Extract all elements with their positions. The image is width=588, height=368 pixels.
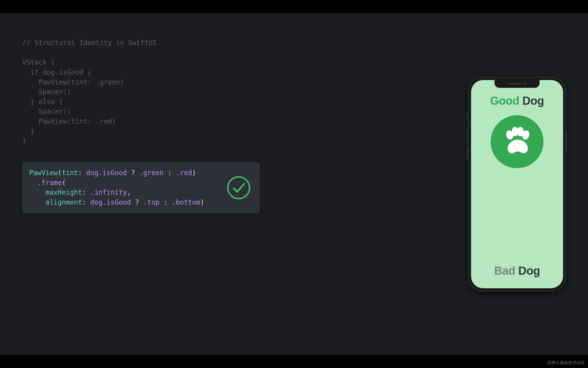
checkmark-icon	[226, 175, 251, 200]
heading-good-dog: Good Dog	[490, 94, 544, 107]
tok-paren: (	[58, 169, 62, 177]
tok-type-pawview: PawView	[29, 169, 58, 177]
tok-enum-bottom: .bottom	[172, 198, 200, 206]
paw-view	[491, 115, 544, 168]
tok-dog-isgood: dog.isGood	[86, 169, 127, 177]
tok-enum-red: .red	[176, 169, 192, 177]
tok-ternary-colon: :	[160, 198, 172, 206]
phone-power-button	[566, 131, 567, 153]
tok-comma: ,	[127, 188, 131, 196]
tok-paren: (	[62, 179, 66, 187]
slide-stage: // Structural Identity in SwiftUI VStack…	[0, 13, 588, 355]
paw-icon	[500, 125, 534, 159]
tok-nl	[29, 198, 45, 206]
phone-camera-icon	[523, 82, 526, 85]
tok-dog-isgood: dog.isGood	[90, 198, 131, 206]
tok-enum-green: .green	[139, 169, 164, 177]
tok-enum-top: .top	[143, 198, 159, 206]
code-line: PawView(tint: .red)	[22, 117, 116, 125]
heading-bad-word1: Bad	[494, 264, 515, 277]
phone-screen: Good Dog	[471, 80, 563, 288]
heading-good-word1: Good	[490, 94, 519, 107]
code-line: }	[22, 137, 26, 145]
phone-volume-up	[467, 128, 468, 143]
code-line: PawView(tint: .green)	[22, 78, 124, 86]
code-line: VStack {	[22, 58, 55, 66]
tok-paren: )	[200, 198, 204, 206]
iphone-frame: Good Dog	[468, 77, 566, 291]
code-line: if dog.isGood {	[22, 68, 91, 76]
highlighted-code: PawView(tint: dog.isGood ? .green : .red…	[29, 168, 252, 207]
phone-mute-switch	[467, 113, 468, 122]
code-block-highlighted: PawView(tint: dog.isGood ? .green : .red…	[22, 162, 260, 214]
letterbox-bottom	[0, 355, 588, 368]
tok-nl	[29, 188, 45, 196]
tok-ternary-colon: :	[164, 169, 176, 177]
app-content: Good Dog	[471, 80, 563, 288]
heading-bad-word2: Dog	[518, 264, 540, 277]
heading-bad-dog: Bad Dog	[494, 264, 540, 277]
phone-volume-down	[467, 147, 468, 162]
code-line: }	[22, 127, 35, 135]
tok-ternary-q: ?	[131, 198, 143, 206]
tok-param-tint: tint	[62, 169, 78, 177]
code-comment: // Structural Identity in SwiftUI	[22, 39, 157, 47]
tok-colon: :	[82, 188, 90, 196]
device-pane: Good Dog	[459, 13, 588, 355]
code-line: Spacer()	[22, 107, 71, 115]
code-line: } else {	[22, 98, 63, 106]
code-block-dimmed: // Structural Identity in SwiftUI VStack…	[22, 38, 441, 146]
heading-good-word2: Dog	[522, 94, 544, 107]
svg-point-0	[228, 177, 250, 199]
code-line: Spacer()	[22, 88, 71, 96]
tok-param-alignment: alignment	[45, 198, 82, 206]
tok-enum-infinity: .infinity	[90, 188, 127, 196]
phone-speaker	[508, 83, 521, 85]
phone-notch	[495, 80, 540, 88]
tok-nl	[29, 179, 37, 187]
tok-method-frame: .frame	[37, 179, 62, 187]
tok-ternary-q: ?	[127, 169, 139, 177]
tok-paren: )	[192, 169, 196, 177]
tok-colon: :	[78, 169, 86, 177]
watermark-text: @稀土掘金技术社区	[547, 360, 585, 366]
tok-param-maxheight: maxHeight	[45, 188, 82, 196]
code-pane: // Structural Identity in SwiftUI VStack…	[0, 13, 459, 355]
letterbox-top	[0, 0, 588, 13]
tok-colon: :	[82, 198, 90, 206]
